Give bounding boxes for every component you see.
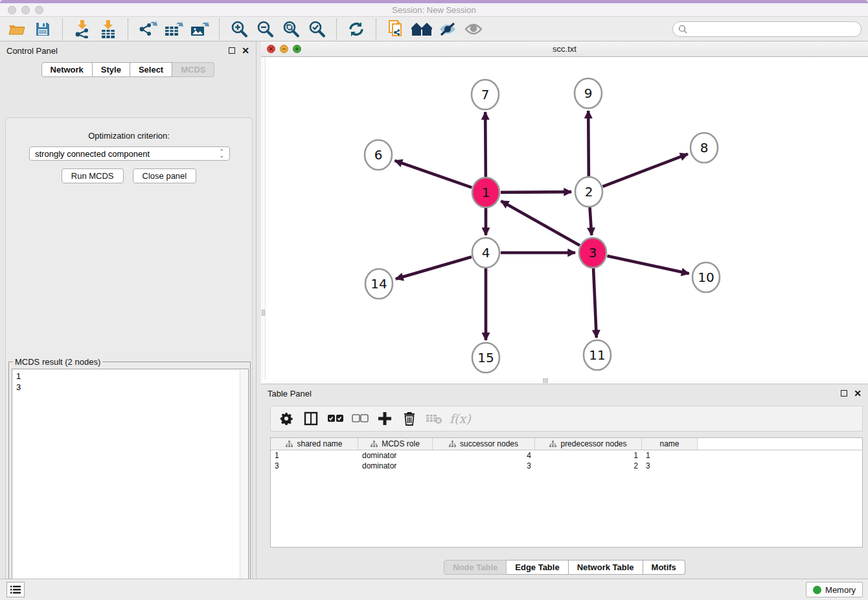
tab-network[interactable]: Network [41, 62, 93, 77]
deselect-checkboxes-icon[interactable] [350, 408, 371, 429]
select-all-checkboxes-icon[interactable] [325, 408, 346, 429]
split-columns-icon[interactable] [301, 408, 321, 429]
export-table-icon[interactable] [161, 19, 187, 40]
hide-selected-icon[interactable] [435, 19, 461, 40]
scrollbar-thumb[interactable] [543, 378, 548, 383]
cell[interactable]: 2 [535, 461, 642, 471]
table-body[interactable]: 1dominator4113dominator323 [271, 450, 862, 471]
tab-node-table[interactable]: Node Table [444, 560, 507, 575]
node-6[interactable]: 6 [365, 140, 392, 170]
node-2[interactable]: 2 [575, 177, 602, 207]
zoom-window-icon[interactable] [35, 6, 43, 14]
cell[interactable]: 3 [642, 461, 698, 471]
minimize-network-icon[interactable]: − [280, 45, 288, 53]
tab-mcds[interactable]: MCDS [172, 62, 214, 77]
network-canvas[interactable]: 7968124314101511 [266, 57, 868, 380]
cell[interactable]: 3 [271, 461, 358, 471]
network-window-titlebar[interactable]: ✕ − + scc.txt [261, 41, 868, 57]
first-neighbors-icon[interactable] [409, 19, 435, 40]
column-header-successor-nodes[interactable]: successor nodes [433, 438, 535, 450]
import-table-icon[interactable] [95, 19, 121, 40]
edge-2-8[interactable] [602, 154, 687, 187]
cell[interactable]: 4 [433, 450, 535, 461]
column-header-MCDS-role[interactable]: MCDS role [358, 438, 433, 450]
clone-network-icon[interactable] [383, 19, 409, 40]
close-panel-icon[interactable]: ✕ [242, 47, 249, 54]
tab-style[interactable]: Style [93, 62, 130, 77]
column-header-name[interactable]: name [642, 438, 698, 450]
node-1[interactable]: 1 [472, 178, 499, 207]
search-input[interactable] [672, 21, 862, 37]
zoom-fit-icon[interactable] [278, 19, 304, 40]
edge-1-6[interactable] [394, 161, 472, 188]
float-panel-icon[interactable] [229, 47, 235, 54]
minimize-window-icon[interactable] [21, 6, 30, 14]
column-header-predecessor-nodes[interactable]: predecessor nodes [535, 438, 642, 450]
tab-network-table[interactable]: Network Table [569, 560, 643, 575]
tab-select[interactable]: Select [130, 62, 172, 77]
float-table-panel-icon[interactable] [841, 390, 847, 397]
node-4[interactable]: 4 [472, 238, 499, 268]
cell[interactable]: dominator [358, 461, 433, 471]
window-traffic-lights[interactable] [8, 6, 43, 14]
edge-4-14[interactable] [396, 257, 472, 279]
cell[interactable]: dominator [358, 450, 433, 461]
edge-3-11[interactable] [593, 268, 597, 338]
table-header-row[interactable]: shared nameMCDS rolesuccessor nodesprede… [271, 438, 862, 450]
delete-table-icon[interactable] [424, 408, 444, 429]
optimization-criterion-select[interactable]: strongly connected component ⌃⌄ [29, 146, 230, 161]
close-panel-button[interactable]: Close panel [133, 168, 197, 183]
svg-text:1: 1 [482, 185, 490, 200]
node-8[interactable]: 8 [691, 133, 718, 163]
node-11[interactable]: 11 [584, 340, 611, 370]
scrollbar[interactable] [240, 370, 247, 600]
gear-icon[interactable] [276, 408, 297, 429]
edge-3-10[interactable] [607, 256, 689, 273]
cell[interactable]: 1 [535, 450, 642, 461]
refresh-icon[interactable] [343, 19, 369, 40]
tab-motifs[interactable]: Motifs [643, 560, 685, 575]
maximize-network-icon[interactable]: + [293, 45, 301, 53]
node-9[interactable]: 9 [575, 78, 602, 108]
memory-button[interactable]: Memory [806, 582, 863, 597]
edge-1-2[interactable] [501, 192, 571, 192]
column-header-shared-name[interactable]: shared name [271, 438, 358, 450]
close-window-icon[interactable] [8, 6, 16, 14]
export-network-icon[interactable] [135, 19, 161, 40]
edge-2-3[interactable] [589, 207, 591, 235]
edge-2-9[interactable] [588, 111, 589, 177]
export-image-icon[interactable] [187, 19, 212, 40]
search-field[interactable] [690, 25, 861, 34]
open-session-icon[interactable] [4, 19, 30, 40]
import-network-icon[interactable] [69, 19, 95, 40]
node-table[interactable]: shared nameMCDS rolesuccessor nodesprede… [270, 437, 863, 548]
cell[interactable]: 1 [642, 450, 698, 461]
edge-1-7[interactable] [485, 112, 486, 178]
add-row-icon[interactable] [374, 408, 395, 429]
divider-grip[interactable] [262, 310, 265, 316]
close-network-icon[interactable]: ✕ [267, 45, 275, 53]
node-14[interactable]: 14 [365, 269, 393, 299]
task-history-icon[interactable] [6, 582, 25, 597]
node-15[interactable]: 15 [472, 343, 499, 373]
cell[interactable]: 1 [271, 450, 358, 461]
mcds-result-textarea[interactable]: 1 3 [12, 369, 249, 600]
function-builder-icon[interactable]: f(x) [450, 411, 471, 426]
node-3[interactable]: 3 [579, 238, 606, 268]
edge-3-1[interactable] [501, 201, 580, 245]
table-row[interactable]: 3dominator323 [271, 461, 862, 471]
node-7[interactable]: 7 [472, 80, 499, 110]
panel-divider[interactable] [261, 57, 266, 380]
show-all-icon[interactable] [461, 19, 486, 40]
cell[interactable]: 3 [433, 461, 535, 471]
zoom-selected-icon[interactable] [304, 19, 330, 40]
tab-edge-table[interactable]: Edge Table [507, 560, 568, 575]
save-session-icon[interactable] [30, 19, 56, 40]
close-table-panel-icon[interactable]: ✕ [854, 390, 862, 397]
table-row[interactable]: 1dominator411 [271, 450, 862, 461]
node-10[interactable]: 10 [692, 262, 720, 292]
delete-icon[interactable] [399, 408, 420, 429]
run-mcds-button[interactable]: Run MCDS [62, 168, 124, 183]
zoom-out-icon[interactable] [252, 19, 278, 40]
zoom-in-icon[interactable] [226, 19, 252, 40]
